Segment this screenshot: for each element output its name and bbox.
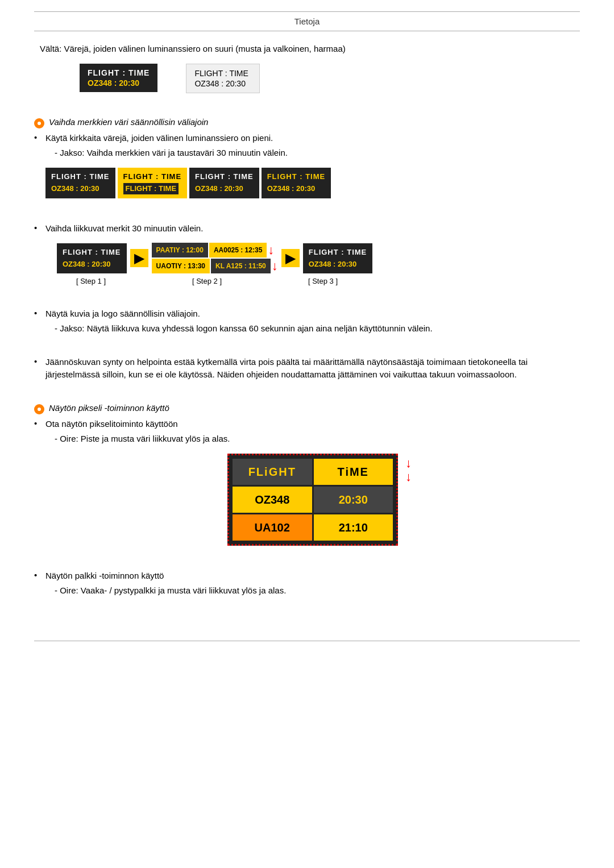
step3-label: [ Step 3 ] (289, 276, 357, 287)
orange-circle-icon (34, 118, 44, 128)
ld-row1-col2: 20:30 (314, 487, 393, 513)
bullet-text-5: Ota näytön pikselitoiminto käyttöön (45, 419, 178, 429)
orange-bullet-1: Vaihda merkkien väri säännöllisin väliaj… (34, 117, 580, 128)
step1-flight-box: FLIGHT : TIME OZ348 : 20:30 (57, 243, 127, 273)
red-arrow-1: ↓ (405, 457, 412, 470)
bullet-text-3: Näytä kuvia ja logo säännöllisin väliajo… (45, 309, 200, 318)
cycle-box-2: FLIGHT : TIME FLIGHT : TIME (118, 168, 188, 198)
cycle-box-4-header: FLIGHT : TIME (267, 171, 326, 182)
step2-column: PAATIY : 12:00 AA0025 : 12:35 ↓ UAOTIY :… (152, 243, 278, 273)
section5: Näytön pikseli -toiminnon käyttö • Ota n… (34, 397, 580, 559)
page-container: Tietoja Vältä: Värejä, joiden välinen lu… (0, 0, 614, 868)
step3-data: OZ348 : 20:30 (309, 259, 367, 270)
ld-header-flight: FLiGHT (233, 459, 312, 485)
bullet-dot-1: • (34, 132, 45, 142)
bullet-item-5: • Ota näytön pikselitoiminto käyttöön - … (34, 418, 580, 554)
intro-section: Vältä: Värejä, joiden välinen luminanssi… (34, 43, 580, 101)
dark-contrast-box: FLIGHT : TIME OZ348 : 20:30 (80, 64, 157, 92)
step-labels-row: [ Step 1 ] [ Step 2 ] [ Step 3 ] (45, 276, 580, 287)
bullet-text-2: Vaihda liikkuvat merkit 30 minuutin väle… (45, 223, 203, 233)
cycle-box-3-header: FLIGHT : TIME (195, 171, 254, 182)
bullet-item-2: • Vaihda liikkuvat merkit 30 minuutin vä… (34, 222, 580, 292)
section6: • Näytön palkki -toiminnon käyttö - Oire… (34, 570, 580, 608)
sub-text-1: - Jakso: Vaihda merkkien väri ja taustav… (45, 147, 580, 160)
step1-header: FLIGHT : TIME (63, 247, 121, 258)
bullet-dot-3: • (34, 308, 45, 318)
step2-row1-col2: AA0025 : 12:35 (209, 243, 267, 258)
step1-label: [ Step 1 ] (57, 276, 125, 287)
bullet-text-1: Käytä kirkkaita värejä, joiden välinen l… (45, 133, 273, 143)
contrast-demo-row: FLIGHT : TIME OZ348 : 20:30 FLIGHT : TIM… (34, 64, 580, 93)
arrow-icon-2: ▶ (281, 249, 300, 267)
step2-row2-col2: KL A125 : 11:50 (211, 259, 271, 273)
ld-row2-col2: 21:10 (314, 514, 393, 541)
orange-bullet-2: Näytön pikseli -toiminnon käyttö (34, 403, 580, 414)
page-title: Tietoja (34, 16, 580, 31)
bullet-content-3: Näytä kuvia ja logo säännöllisin väliajo… (45, 308, 580, 340)
cycle-box-4-data: OZ348 : 20:30 (267, 183, 326, 194)
ld-row2: UA102 21:10 (233, 514, 393, 541)
sub-text-6: - Oire: Vaaka- / pystypalkki ja musta vä… (45, 584, 580, 597)
orange-circle-icon-2 (34, 404, 44, 414)
cycle-box-4: FLIGHT : TIME OZ348 : 20:30 (262, 168, 331, 198)
cycle-box-3-data: OZ348 : 20:30 (195, 183, 254, 194)
orange-label-1: Vaihda merkkien väri säännöllisin väliaj… (49, 117, 208, 127)
bullet-item-6: • Näytön palkki -toiminnon käyttö - Oire… (34, 570, 580, 602)
light-box-data: OZ348 : 20:30 (194, 79, 251, 88)
ld-row1: OZ348 20:30 (233, 487, 393, 513)
step2-row1-col1: PAATIY : 12:00 (152, 243, 208, 258)
ld-row1-col1: OZ348 (233, 487, 312, 513)
section3: • Näytä kuvia ja logo säännöllisin välia… (34, 308, 580, 346)
step3-column: FLIGHT : TIME OZ348 : 20:30 (303, 243, 373, 273)
red-arrow-2: ↓ (405, 471, 412, 483)
arrow-icon-1: ▶ (130, 249, 148, 267)
step1-data: OZ348 : 20:30 (63, 259, 121, 270)
step2-row2: UAOTIY : 13:30 KL A125 : 11:50 ↓ (152, 259, 278, 273)
red-arrows-container: ↓ ↓ (405, 457, 412, 483)
sub-text-3: - Jakso: Näytä liikkuva kuva yhdessä log… (45, 322, 580, 335)
ld-header-time: TiME (314, 459, 393, 485)
bullet-content-2: Vaihda liikkuvat merkit 30 minuutin väle… (45, 222, 580, 292)
bullet-item-1: • Käytä kirkkaita värejä, joiden välinen… (34, 132, 580, 206)
section1: Vaihda merkkien väri säännöllisin väliaj… (34, 111, 580, 212)
bullet-content-1: Käytä kirkkaita värejä, joiden välinen l… (45, 132, 580, 206)
step2-row2-col1: UAOTIY : 13:30 (152, 259, 210, 273)
ld-row2-col1: UA102 (233, 514, 312, 541)
cycle-box-1-data: OZ348 : 20:30 (51, 183, 110, 194)
cycle-box-1: FLIGHT : TIME OZ348 : 20:30 (45, 168, 115, 198)
ld-header-row: FLiGHT TiME (233, 459, 393, 485)
bullet-dot-5: • (34, 418, 45, 428)
dark-box-data: OZ348 : 20:30 (88, 78, 150, 88)
step2-label: [ Step 2 ] (150, 276, 264, 287)
four-box-demo: FLIGHT : TIME OZ348 : 20:30 FLIGHT : TIM… (45, 168, 580, 198)
bullet-item-3: • Näytä kuvia ja logo säännöllisin välia… (34, 308, 580, 340)
bullet-item-4: • Jäännöskuvan synty on helpointa estää … (34, 356, 580, 381)
light-contrast-box: FLIGHT : TIME OZ348 : 20:30 (186, 64, 260, 93)
step3-flight-box: FLIGHT : TIME OZ348 : 20:30 (303, 243, 373, 273)
section2: • Vaihda liikkuvat merkit 30 minuutin vä… (34, 222, 580, 297)
step2-row1: PAATIY : 12:00 AA0025 : 12:35 ↓ (152, 243, 275, 258)
orange-label-2: Näytön pikseli -toiminnon käyttö (49, 403, 169, 413)
pixel-display-wrapper: FLiGHT TiME OZ348 20:30 UA102 (227, 454, 398, 546)
bullet-content-5: Ota näytön pikselitoiminto käyttöön - Oi… (45, 418, 580, 554)
cycle-box-1-header: FLIGHT : TIME (51, 171, 110, 182)
section4: • Jäännöskuvan synty on helpointa estää … (34, 356, 580, 387)
bullet-dot-6: • (34, 570, 45, 580)
top-border (34, 11, 580, 12)
step3-header: FLIGHT : TIME (309, 247, 367, 258)
steps-container: FLIGHT : TIME OZ348 : 20:30 ▶ PAATIY : 1… (45, 243, 580, 273)
light-box-header: FLIGHT : TIME (194, 69, 251, 78)
down-arrow-icon-1: ↓ (268, 244, 274, 256)
bullet-text-6: Näytön palkki -toiminnon käyttö (45, 571, 164, 580)
step1-column: FLIGHT : TIME OZ348 : 20:30 (57, 243, 127, 273)
cycle-box-2-data: FLIGHT : TIME (123, 183, 179, 194)
bullet-content-6: Näytön palkki -toiminnon käyttö - Oire: … (45, 570, 580, 602)
pixel-display-container: FLiGHT TiME OZ348 20:30 UA102 (45, 454, 580, 546)
dark-box-header: FLIGHT : TIME (88, 68, 150, 77)
down-arrow-icon-2: ↓ (272, 260, 278, 272)
large-flight-display: FLiGHT TiME OZ348 20:30 UA102 (227, 454, 398, 546)
bullet-content-4: Jäännöskuvan synty on helpointa estää ky… (45, 356, 580, 381)
intro-text: Vältä: Värejä, joiden välinen luminanssi… (34, 43, 580, 56)
sub-text-5: - Oire: Piste ja musta väri liikkuvat yl… (45, 433, 580, 446)
cycle-box-3: FLIGHT : TIME OZ348 : 20:30 (189, 168, 259, 198)
